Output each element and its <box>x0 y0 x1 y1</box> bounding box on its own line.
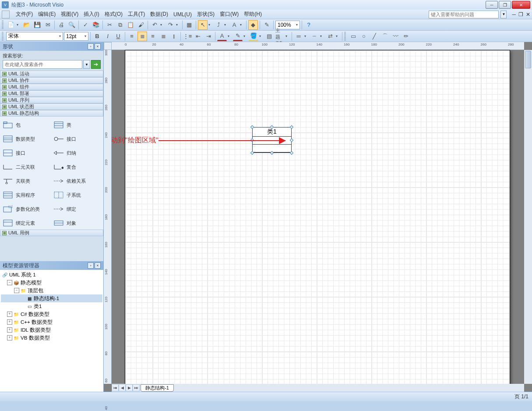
menu-file[interactable]: 文件(F) <box>13 10 35 19</box>
help-dropdown[interactable]: ▼ <box>500 11 507 18</box>
stencil-header[interactable]: ▦UML 静态结构 <box>0 110 103 117</box>
shape-generalization[interactable]: 归纳 <box>53 146 102 159</box>
tree-idl[interactable]: +📁IDL 数据类型 <box>1 326 102 334</box>
menu-uml[interactable]: UML(U) <box>171 11 194 18</box>
shape-object[interactable]: 对象 <box>53 216 102 230</box>
line-pattern-button[interactable]: ┄ <box>310 32 319 41</box>
text-tool-button[interactable]: A <box>229 20 239 30</box>
ink-button[interactable]: ✎ <box>262 20 271 30</box>
drawing-page[interactable]: 类1 <box>125 50 510 384</box>
vertical-scrollbar[interactable] <box>524 50 532 384</box>
tree-csharp[interactable]: +📁C# 数据类型 <box>1 310 102 318</box>
page-tab[interactable]: 静态结构-1 <box>141 384 174 392</box>
doc-minimize-button[interactable]: ─ <box>512 11 516 18</box>
line-color-button[interactable]: ✎ <box>233 32 243 41</box>
shape-interface[interactable]: 接口 <box>2 146 51 159</box>
pointer-dropdown[interactable]: ▾ <box>208 23 213 27</box>
tab-nav-last[interactable]: ⏭ <box>133 384 140 391</box>
pencil-button[interactable]: ✏ <box>401 32 411 41</box>
tab-nav-prev[interactable]: ◀ <box>119 384 126 391</box>
stencil-header[interactable]: ▦UML 状态图 <box>0 103 103 110</box>
italic-button[interactable]: I <box>103 32 113 41</box>
shape-class[interactable]: 类 <box>53 118 102 131</box>
shape-search-input[interactable]: 在此键入搜索条件 <box>3 60 82 69</box>
panel-dock-button[interactable]: ▫ <box>88 262 94 269</box>
print-button[interactable]: 🖨 <box>56 20 66 30</box>
bullets-button[interactable]: ⋮≡ <box>183 32 192 41</box>
stencil-header[interactable]: ▦UML 序列 <box>0 97 103 103</box>
app-menu-icon[interactable] <box>2 11 10 18</box>
font-color-dropdown[interactable]: ▾ <box>228 34 232 38</box>
menu-view[interactable]: 视图(V) <box>58 10 81 19</box>
align-center-button[interactable]: ≣ <box>137 32 147 41</box>
shadow-button[interactable]: ▧ <box>264 32 274 41</box>
font-color-button[interactable]: A <box>217 32 227 41</box>
connection-point-button[interactable]: ◆ <box>248 20 258 30</box>
line-weight-button[interactable]: ═ <box>294 32 303 41</box>
close-button[interactable]: ✕ <box>512 1 530 9</box>
search-go-button[interactable]: ➔ <box>91 60 101 69</box>
shape-package[interactable]: 包 <box>2 118 51 131</box>
bold-button[interactable]: B <box>92 32 102 41</box>
tree-top-package[interactable]: −📁顶层包 <box>1 287 102 294</box>
shape-subsystem[interactable]: 子系统 <box>53 188 102 202</box>
shape-bound-element[interactable]: 绑定元素 <box>2 216 51 230</box>
ellipse-button[interactable]: ○ <box>359 32 369 41</box>
stencil-header[interactable]: ▦UML 协作 <box>0 77 103 84</box>
tree-static-model[interactable]: −📦静态模型 <box>1 279 102 287</box>
line-button[interactable]: ╱ <box>370 32 379 41</box>
stencil-header[interactable]: ▦UML 活动 <box>0 71 103 77</box>
shapes-window-button[interactable]: ▦ <box>184 20 194 30</box>
theme-button[interactable]: 主题(M) <box>275 32 285 41</box>
align-right-button[interactable]: ≡ <box>148 32 158 41</box>
font-combo[interactable]: 宋体▾ <box>6 32 63 41</box>
open-button[interactable]: 📂 <box>22 20 32 30</box>
decrease-indent-button[interactable]: ⇤ <box>193 32 203 41</box>
shape-dependency[interactable]: 依赖关系 <box>53 174 102 188</box>
underline-button[interactable]: U <box>113 32 123 41</box>
panel-dock-button[interactable]: ▫ <box>88 43 94 50</box>
shape-utility[interactable]: 实用程序 <box>2 188 51 202</box>
toolbar-grip[interactable] <box>344 32 346 41</box>
tree-static-structure[interactable]: ▦静态结构-1 <box>1 294 102 302</box>
paste-button[interactable]: 📋 <box>126 20 135 30</box>
redo-button[interactable]: ↷ <box>166 20 175 30</box>
shape-composition[interactable]: 复合 <box>53 160 102 174</box>
redo-dropdown[interactable]: ▾ <box>176 23 180 27</box>
text-dropdown[interactable]: ▾ <box>240 23 244 27</box>
shape-association-class[interactable]: 关联类 <box>2 174 51 188</box>
menu-insert[interactable]: 插入(I) <box>81 10 102 19</box>
panel-close-button[interactable]: × <box>95 43 101 50</box>
fill-color-dropdown[interactable]: ▾ <box>259 34 264 38</box>
theme-dropdown[interactable]: ▾ <box>285 34 290 38</box>
shape-binary-association[interactable]: 二元关联 <box>2 160 51 174</box>
new-dropdown[interactable]: ▾ <box>17 23 21 27</box>
toolbar-grip[interactable] <box>2 32 4 41</box>
stencil-header[interactable]: ▦UML 组件 <box>0 84 103 90</box>
new-button[interactable]: 📄 <box>6 20 16 30</box>
tree-root[interactable]: 🔗UML 系统 1 <box>1 271 102 279</box>
search-dropdown[interactable]: ▼ <box>83 60 90 69</box>
undo-button[interactable]: ↶ <box>150 20 159 30</box>
line-ends-button[interactable]: ⇄ <box>325 32 335 41</box>
menu-window[interactable]: 窗口(W) <box>217 10 241 19</box>
increase-indent-button[interactable]: ⇥ <box>204 32 213 41</box>
menu-tools[interactable]: 工具(T) <box>125 10 148 19</box>
tab-nav-first[interactable]: ⏮ <box>112 384 119 391</box>
panel-close-button[interactable]: × <box>95 262 101 269</box>
shape-parameterized-class[interactable]: 参数化的类 <box>2 202 51 216</box>
connector-dropdown[interactable]: ▾ <box>224 23 229 27</box>
menu-format[interactable]: 格式(O) <box>102 10 125 19</box>
toolbar-grip[interactable] <box>2 21 4 29</box>
align-vertical-button[interactable]: ⫿ <box>169 32 179 41</box>
shape-binding[interactable]: 绑定 <box>53 202 102 216</box>
research-button[interactable]: 📚 <box>91 20 101 30</box>
tree-vb[interactable]: +📁VB 数据类型 <box>1 334 102 342</box>
cut-button[interactable]: ✂ <box>105 20 114 30</box>
connector-tool-button[interactable]: ⤴ <box>214 20 223 30</box>
print-preview-button[interactable]: 🔍 <box>67 20 77 30</box>
stencil-header[interactable]: ▦UML 部署 <box>0 90 103 97</box>
doc-restore-button[interactable]: ❐ <box>518 11 523 18</box>
tab-nav-next[interactable]: ▶ <box>126 384 133 391</box>
align-justify-button[interactable]: ≣ <box>159 32 168 41</box>
